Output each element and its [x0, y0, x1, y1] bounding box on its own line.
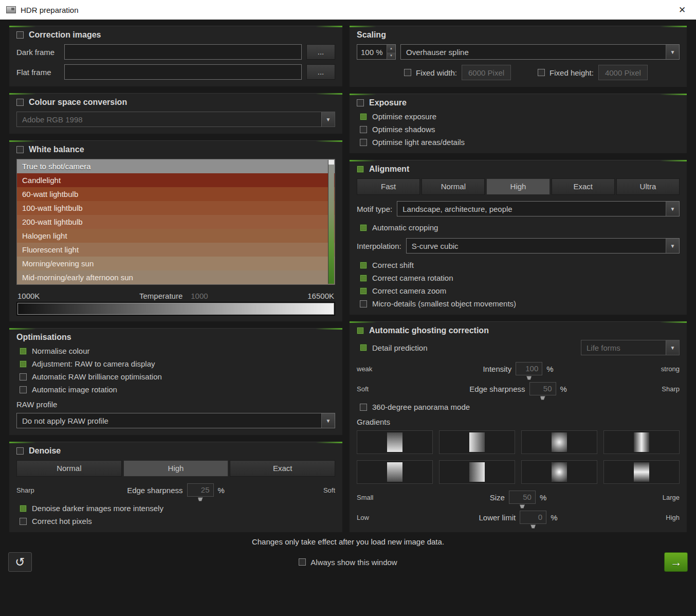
continue-button[interactable]: → — [664, 552, 688, 572]
gradient-button-2[interactable] — [439, 430, 515, 454]
always-show-checkbox[interactable] — [299, 558, 306, 566]
temperature-slider[interactable] — [17, 303, 334, 315]
close-icon[interactable]: ✕ — [674, 5, 690, 15]
white-balance-option[interactable]: Morning/evening sun — [17, 257, 335, 270]
denoise-edge-value[interactable]: 25 — [187, 483, 214, 497]
alignment-mode-fast[interactable]: Fast — [357, 178, 420, 195]
fixed-width-checkbox[interactable] — [404, 69, 411, 76]
chevron-down-icon[interactable]: ▼ — [666, 340, 679, 355]
detail-prediction-checkbox[interactable] — [360, 344, 367, 351]
fixed-height-input[interactable] — [598, 65, 648, 80]
slider-handle[interactable] — [540, 396, 545, 400]
normalise-colour-checkbox[interactable] — [20, 348, 27, 355]
correct-camera-zoom-checkbox[interactable] — [360, 287, 367, 295]
alignment-mode-high[interactable]: High — [486, 178, 550, 195]
flat-frame-input[interactable] — [64, 64, 302, 80]
denoise-mode-exact[interactable]: Exact — [230, 460, 335, 477]
gradient-button-3[interactable] — [521, 430, 597, 454]
scale-percent-spinner[interactable]: 100 % ▲ ▼ — [357, 44, 396, 60]
white-balance-scrollbar[interactable] — [328, 160, 334, 284]
undo-button[interactable]: ↺ — [8, 552, 32, 572]
alignment-mode-exact[interactable]: Exact — [552, 178, 615, 195]
chevron-down-icon[interactable]: ▼ — [321, 413, 335, 428]
panorama-mode-checkbox[interactable] — [360, 404, 367, 411]
optimise-shadows-checkbox[interactable] — [360, 126, 367, 133]
fixed-width-input[interactable] — [462, 65, 511, 80]
slider-handle[interactable] — [520, 504, 525, 509]
auto-rotation-label: Automatic image rotation — [32, 385, 117, 394]
gradient-button-7[interactable] — [521, 460, 597, 484]
gradient-button-5[interactable] — [357, 460, 433, 484]
raw-adjustment-label: Adjustment: RAW to camera display — [32, 359, 155, 368]
spin-up-icon[interactable]: ▲ — [387, 45, 395, 52]
white-balance-checkbox[interactable] — [16, 146, 24, 153]
denoise-edge-label: Edge sharpness — [127, 486, 182, 495]
hot-pixels-checkbox[interactable] — [20, 518, 27, 525]
temperature-label: Temperature — [139, 292, 182, 300]
flat-frame-browse-button[interactable]: ... — [306, 64, 335, 80]
lower-limit-value[interactable]: 0 — [520, 511, 546, 524]
gradient-button-1[interactable] — [357, 430, 433, 454]
chevron-down-icon[interactable]: ▼ — [666, 239, 679, 253]
fixed-height-checkbox[interactable] — [538, 69, 545, 76]
gradient-thumb-horizontal-left — [469, 432, 485, 452]
white-balance-option[interactable]: True to shot/camera — [17, 159, 335, 173]
optimise-exposure-checkbox[interactable] — [360, 113, 367, 120]
gradient-button-4[interactable] — [603, 430, 680, 454]
auto-rotation-checkbox[interactable] — [20, 386, 27, 393]
size-value[interactable]: 50 — [509, 491, 536, 504]
alignment-checkbox[interactable] — [357, 166, 364, 173]
white-balance-option[interactable]: 100-watt lightbulb — [17, 201, 335, 215]
dark-frame-browse-button[interactable]: ... — [306, 44, 335, 60]
denoise-checkbox[interactable] — [16, 447, 24, 455]
spin-down-icon[interactable]: ▼ — [387, 52, 395, 60]
denoise-mode-high[interactable]: High — [123, 460, 229, 477]
raw-profile-dropdown[interactable]: Do not apply RAW profile ▼ — [16, 413, 335, 428]
white-balance-list: True to shot/camera Candlelight 60-watt … — [16, 159, 335, 285]
automatic-cropping-checkbox[interactable] — [360, 224, 367, 231]
chevron-down-icon[interactable]: ▼ — [666, 202, 679, 216]
slider-handle[interactable] — [198, 497, 203, 501]
micro-details-checkbox[interactable] — [360, 300, 367, 307]
chevron-down-icon[interactable]: ▼ — [666, 45, 679, 59]
interpolation-dropdown[interactable]: S-curve cubic ▼ — [406, 238, 680, 253]
footer-notice: Changes only take effect after you load … — [0, 537, 696, 546]
life-forms-dropdown[interactable]: Life forms ▼ — [581, 340, 680, 355]
correct-shift-checkbox[interactable] — [360, 262, 367, 269]
denoise-darker-checkbox[interactable] — [20, 505, 27, 512]
white-balance-option[interactable]: Candlelight — [17, 173, 335, 187]
ghosting-checkbox[interactable] — [357, 327, 364, 334]
alignment-mode-ultra[interactable]: Ultra — [616, 178, 680, 195]
gradient-button-6[interactable] — [439, 460, 515, 484]
colour-space-dropdown[interactable]: Adobe RGB 1998 ▼ — [16, 112, 335, 127]
slider-handle[interactable] — [526, 376, 532, 380]
scaling-method-dropdown[interactable]: Overhauser spline ▼ — [400, 44, 680, 60]
correct-camera-rotation-checkbox[interactable] — [360, 275, 367, 282]
white-balance-option[interactable]: 200-watt lightbulb — [17, 215, 335, 229]
raw-brilliance-checkbox[interactable] — [20, 373, 27, 381]
white-balance-option[interactable]: 60-watt lightbulb — [17, 187, 335, 201]
raw-adjustment-checkbox[interactable] — [20, 360, 27, 368]
optimise-light-areas-label: Optimise light areas/details — [372, 138, 465, 147]
alignment-mode-normal[interactable]: Normal — [422, 178, 485, 195]
dark-frame-label: Dark frame — [16, 48, 60, 57]
intensity-value[interactable]: 100 — [516, 362, 542, 375]
ghosting-title: Automatic ghosting correction — [369, 326, 489, 335]
exposure-checkbox[interactable] — [357, 99, 364, 106]
correction-images-checkbox[interactable] — [16, 31, 24, 39]
normalise-colour-label: Normalise colour — [32, 347, 90, 355]
edge-sharpness-value[interactable]: 50 — [529, 382, 556, 395]
dark-frame-input[interactable] — [64, 44, 302, 60]
interpolation-value: S-curve cubic — [412, 242, 459, 250]
gradient-button-8[interactable] — [603, 460, 680, 484]
optimise-light-areas-checkbox[interactable] — [360, 139, 367, 146]
white-balance-option[interactable]: Halogen light — [17, 229, 335, 243]
colour-space-checkbox[interactable] — [16, 99, 24, 106]
size-right-label: Large — [620, 494, 680, 501]
white-balance-option[interactable]: Fluorescent light — [17, 243, 335, 257]
chevron-down-icon[interactable]: ▼ — [321, 112, 335, 126]
white-balance-option[interactable]: Mid-morning/early afternoon sun — [17, 270, 335, 284]
slider-handle[interactable] — [530, 524, 536, 529]
motif-type-dropdown[interactable]: Landscape, architecture, people ▼ — [397, 201, 680, 216]
denoise-mode-normal[interactable]: Normal — [16, 460, 122, 477]
